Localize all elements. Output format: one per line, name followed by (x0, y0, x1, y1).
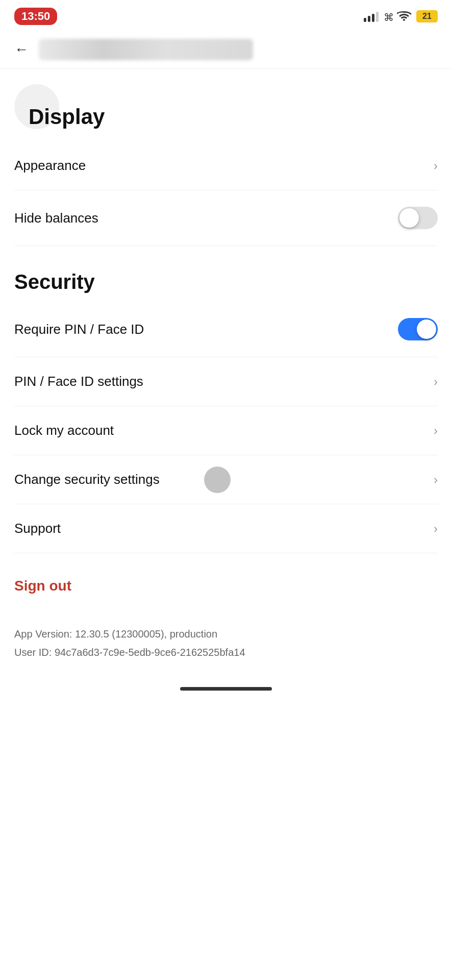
pin-settings-row[interactable]: PIN / Face ID settings › (14, 357, 438, 406)
hide-balances-label: Hide balances (14, 210, 98, 226)
back-button[interactable]: ← (14, 42, 29, 57)
status-time: 13:50 (14, 8, 57, 25)
hide-balances-toggle[interactable] (398, 207, 438, 229)
require-pin-row[interactable]: Require PIN / Face ID (14, 302, 438, 357)
wifi-icon: ⌘ (384, 10, 411, 23)
pin-settings-label: PIN / Face ID settings (14, 374, 143, 389)
signal-bar-3 (372, 14, 374, 22)
status-bar: 13:50 ⌘ 21 (0, 0, 452, 31)
signal-bar-4 (376, 12, 379, 22)
display-section-header-area: Display (14, 84, 438, 129)
lock-account-label: Lock my account (14, 423, 114, 438)
hide-balances-toggle-thumb (399, 208, 419, 228)
user-id-text: User ID: 94c7a6d3-7c9e-5edb-9ce6-2162525… (14, 643, 438, 662)
appearance-chevron-icon: › (434, 159, 438, 173)
app-version-text: App Version: 12.30.5 (12300005), product… (14, 625, 438, 643)
signal-bar-2 (368, 16, 370, 22)
change-security-chevron-icon: › (434, 473, 438, 487)
change-security-label: Change security settings (14, 472, 160, 487)
sign-out-section: Sign out (14, 553, 438, 606)
require-pin-toggle-thumb (417, 320, 436, 339)
display-section-title: Display (29, 105, 105, 129)
change-security-row[interactable]: Change security settings › (14, 455, 438, 504)
appearance-row[interactable]: Appearance › (14, 141, 438, 190)
support-row[interactable]: Support › (14, 504, 438, 553)
status-icons: ⌘ 21 (364, 10, 438, 23)
header: ← (0, 31, 452, 69)
support-chevron-icon: › (434, 522, 438, 536)
home-indicator (180, 687, 272, 691)
sign-out-button[interactable]: Sign out (14, 578, 71, 594)
require-pin-toggle[interactable] (398, 318, 438, 340)
battery-icon: 21 (416, 10, 438, 22)
security-section-title: Security (14, 246, 438, 302)
footer: App Version: 12.30.5 (12300005), product… (0, 606, 452, 672)
hide-balances-row[interactable]: Hide balances (14, 190, 438, 246)
signal-bar-1 (364, 18, 366, 22)
lock-account-chevron-icon: › (434, 424, 438, 438)
main-content: Display Appearance › Hide balances Secur… (0, 84, 452, 606)
require-pin-label: Require PIN / Face ID (14, 322, 144, 337)
lock-account-row[interactable]: Lock my account › (14, 406, 438, 455)
tap-indicator (204, 467, 231, 493)
signal-icon (364, 11, 379, 22)
support-label: Support (14, 521, 61, 536)
header-title (39, 39, 253, 60)
pin-settings-chevron-icon: › (434, 375, 438, 389)
appearance-label: Appearance (14, 158, 86, 174)
